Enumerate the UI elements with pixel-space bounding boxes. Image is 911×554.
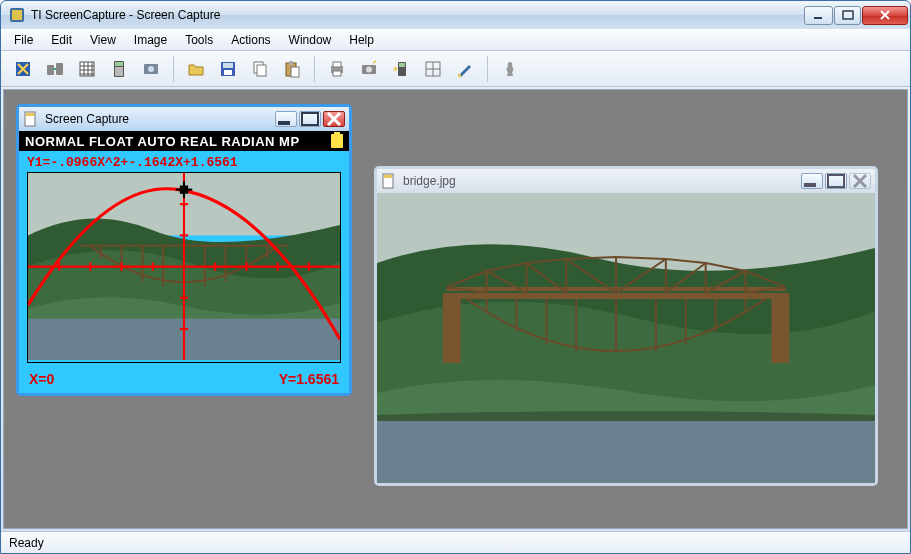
svg-rect-3 xyxy=(843,11,853,19)
menubar: File Edit View Image Tools Actions Windo… xyxy=(1,29,910,51)
calc-status-line: NORMAL FLOAT AUTO REAL RADIAN MP xyxy=(19,131,349,151)
svg-rect-23 xyxy=(333,71,341,76)
svg-rect-27 xyxy=(399,63,405,67)
menu-tools[interactable]: Tools xyxy=(176,31,222,49)
pen-icon[interactable] xyxy=(451,55,479,83)
menu-image[interactable]: Image xyxy=(125,31,176,49)
child-minimize-button[interactable] xyxy=(275,111,297,127)
document-icon xyxy=(23,111,39,127)
crosshair-icon[interactable] xyxy=(419,55,447,83)
calculator-icon[interactable] xyxy=(105,55,133,83)
copy-icon[interactable] xyxy=(246,55,274,83)
child-window-controls xyxy=(275,111,345,127)
svg-rect-1 xyxy=(12,10,22,20)
child-title: Screen Capture xyxy=(45,112,275,126)
svg-rect-55 xyxy=(804,183,816,187)
paste-icon[interactable] xyxy=(278,55,306,83)
menu-actions[interactable]: Actions xyxy=(222,31,279,49)
toolbar-separator xyxy=(487,56,488,82)
open-folder-icon[interactable] xyxy=(182,55,210,83)
close-button[interactable] xyxy=(862,6,908,25)
window-controls xyxy=(803,6,908,25)
transfer-icon[interactable] xyxy=(41,55,69,83)
svg-rect-6 xyxy=(56,63,63,75)
svg-rect-33 xyxy=(302,113,318,125)
image-file-icon xyxy=(381,173,397,189)
screenshot-icon[interactable] xyxy=(137,55,165,83)
chess-piece-icon[interactable] xyxy=(496,55,524,83)
child-close-button[interactable] xyxy=(323,111,345,127)
child-close-button[interactable] xyxy=(849,173,871,189)
svg-rect-29 xyxy=(458,74,461,77)
child-maximize-button[interactable] xyxy=(299,111,321,127)
app-icon xyxy=(9,7,25,23)
toolbar xyxy=(1,51,910,87)
calc-x-readout: X=0 xyxy=(29,371,54,387)
svg-rect-10 xyxy=(115,67,123,76)
mdi-client-area: Screen Capture NORMAL FLOAT AUTO REAL RA… xyxy=(3,89,908,529)
battery-icon xyxy=(331,134,343,148)
bridge-image xyxy=(377,193,875,483)
svg-rect-20 xyxy=(291,67,299,77)
svg-rect-54 xyxy=(384,175,392,178)
svg-rect-14 xyxy=(223,63,233,68)
menu-help[interactable]: Help xyxy=(340,31,383,49)
save-icon[interactable] xyxy=(214,55,242,83)
toolbar-separator xyxy=(173,56,174,82)
window-title: TI ScreenCapture - Screen Capture xyxy=(31,8,803,22)
svg-rect-22 xyxy=(333,62,341,67)
calc-graph-area xyxy=(27,172,341,363)
menu-edit[interactable]: Edit xyxy=(42,31,81,49)
device-explorer-icon[interactable] xyxy=(9,55,37,83)
toolbar-separator xyxy=(314,56,315,82)
svg-rect-31 xyxy=(26,113,34,116)
child-minimize-button[interactable] xyxy=(801,173,823,189)
maximize-button[interactable] xyxy=(834,6,861,25)
child-bridge-image[interactable]: bridge.jpg xyxy=(374,166,878,486)
child-screen-capture[interactable]: Screen Capture NORMAL FLOAT AUTO REAL RA… xyxy=(16,104,352,396)
svg-rect-9 xyxy=(115,62,123,66)
svg-point-25 xyxy=(366,66,372,72)
titlebar[interactable]: TI ScreenCapture - Screen Capture xyxy=(1,1,910,29)
status-text: Ready xyxy=(9,536,44,550)
child-title: bridge.jpg xyxy=(403,174,801,188)
calc-y-readout: Y=1.6561 xyxy=(279,371,339,387)
calc-equation: Y1=-.0966X^2+-.1642X+1.6561 xyxy=(19,151,349,172)
child-window-controls xyxy=(801,173,871,189)
svg-rect-32 xyxy=(278,121,290,125)
calc-readout: X=0 Y=1.6561 xyxy=(19,367,349,393)
svg-rect-62 xyxy=(771,293,789,363)
calc-status-text: NORMAL FLOAT AUTO REAL RADIAN MP xyxy=(25,134,300,149)
graph-overlay xyxy=(28,173,340,360)
child-titlebar[interactable]: bridge.jpg xyxy=(377,169,875,193)
svg-rect-58 xyxy=(377,418,875,483)
svg-rect-17 xyxy=(257,65,266,76)
calc-screen: NORMAL FLOAT AUTO REAL RADIAN MP Y1=-.09… xyxy=(19,131,349,393)
svg-rect-19 xyxy=(289,61,293,65)
print-icon[interactable] xyxy=(323,55,351,83)
statusbar: Ready xyxy=(1,531,910,553)
child-maximize-button[interactable] xyxy=(825,173,847,189)
svg-rect-15 xyxy=(224,70,232,75)
menu-file[interactable]: File xyxy=(5,31,42,49)
svg-point-12 xyxy=(148,66,154,72)
data-table-icon[interactable] xyxy=(73,55,101,83)
app-window: TI ScreenCapture - Screen Capture File E… xyxy=(0,0,911,554)
menu-view[interactable]: View xyxy=(81,31,125,49)
camera-icon[interactable] xyxy=(355,55,383,83)
svg-rect-5 xyxy=(47,65,54,75)
svg-rect-61 xyxy=(443,293,461,363)
svg-rect-56 xyxy=(828,175,844,187)
child-titlebar[interactable]: Screen Capture xyxy=(19,107,349,131)
svg-rect-59 xyxy=(447,293,786,299)
menu-window[interactable]: Window xyxy=(280,31,341,49)
send-to-device-icon[interactable] xyxy=(387,55,415,83)
svg-rect-2 xyxy=(814,17,822,19)
minimize-button[interactable] xyxy=(804,6,833,25)
